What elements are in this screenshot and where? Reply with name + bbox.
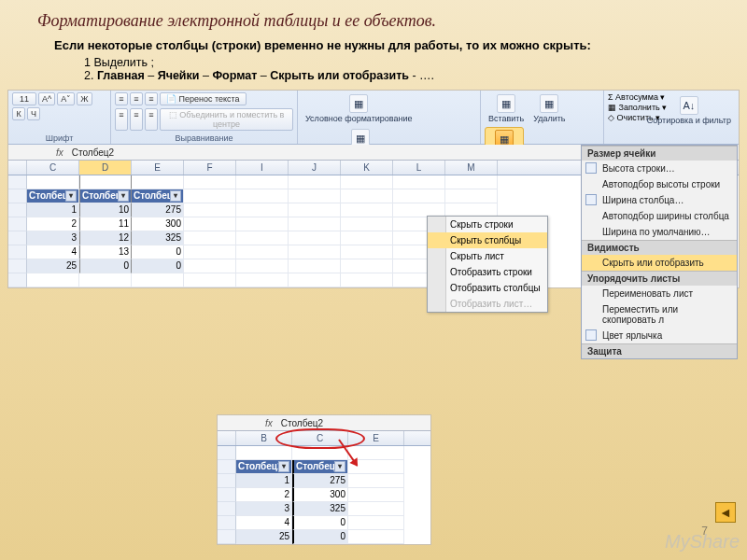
delete-button[interactable]: ▦Удалить <box>529 92 569 125</box>
cm-hide-sheet[interactable]: Скрыть лист <box>428 248 547 264</box>
ribbon: 11 A^ A˅ Ж К Ч Шрифт ≡ ≡ ≡ 📄 Перенос тек… <box>8 91 739 145</box>
table-header[interactable]: Столбец3 <box>292 460 348 474</box>
table-header[interactable]: Столбец1 <box>27 189 79 203</box>
fp-head-sheets: Упорядочить листы <box>582 271 737 286</box>
step-2: 2. Главная – Ячейки – Формат – Скрыть ил… <box>84 69 747 82</box>
ribbon-font-label: Шрифт <box>12 133 106 144</box>
align-right-button[interactable]: ≡ <box>145 108 158 131</box>
underline-button[interactable]: Ч <box>27 107 40 120</box>
cm-show-sheet[interactable]: Отобразить лист… <box>428 296 547 312</box>
align-center-button[interactable]: ≡ <box>130 108 143 131</box>
fp-row-height[interactable]: Высота строки… <box>582 161 737 176</box>
colh-k[interactable]: K <box>341 161 393 175</box>
fx-icon[interactable]: fx <box>51 147 68 158</box>
formula-value[interactable]: Столбец2 <box>68 147 114 158</box>
fp-autofit-col[interactable]: Автоподбор ширины столбца <box>582 208 737 224</box>
grow-font-button[interactable]: A^ <box>38 92 55 105</box>
bold-button[interactable]: Ж <box>77 92 92 105</box>
fp-hide-show[interactable]: Скрыть или отобразить <box>582 255 737 271</box>
colh2-b[interactable]: B <box>236 431 292 445</box>
fp-move-copy[interactable]: Переместить или скопировать л <box>582 301 737 328</box>
colh-e[interactable]: E <box>132 161 184 175</box>
ribbon-group-font: 11 A^ A˅ Ж К Ч Шрифт <box>8 91 111 144</box>
cm-show-rows[interactable]: Отобразить строки <box>428 264 547 280</box>
excel-screenshot-result: fx Столбец2 B C E Столбец1 Столбец3 1275… <box>217 414 431 545</box>
align-top-button[interactable]: ≡ <box>115 92 128 105</box>
colh-j[interactable]: J <box>289 161 341 175</box>
column-headers-2: B C E <box>218 431 430 446</box>
hide-show-submenu: Скрыть строки Скрыть столбцы Скрыть лист… <box>427 216 548 313</box>
slide-title: Форматирование электронной таблицы и ее … <box>0 0 747 36</box>
font-size-input[interactable]: 11 <box>12 92 36 105</box>
insert-button[interactable]: ▦Вставить <box>485 92 528 125</box>
colh-f[interactable]: F <box>184 161 236 175</box>
ribbon-group-styles: ▦Условное форматирование ▦Форматировать … <box>298 91 481 144</box>
cm-hide-rows[interactable]: Скрыть строки <box>428 217 547 232</box>
merge-center-button[interactable]: ⬚ Объединить и поместить в центре <box>160 108 293 131</box>
tab-color-icon <box>585 329 597 341</box>
col-width-icon <box>585 194 597 205</box>
fp-default-width[interactable]: Ширина по умолчанию… <box>582 224 737 240</box>
colh-m[interactable]: M <box>445 161 498 175</box>
excel-screenshot-main: 11 A^ A˅ Ж К Ч Шрифт ≡ ≡ ≡ 📄 Перенос тек… <box>7 90 740 288</box>
cm-hide-cols[interactable]: Скрыть столбцы <box>428 232 547 248</box>
align-left-button[interactable]: ≡ <box>115 108 128 131</box>
fp-col-width[interactable]: Ширина столбца… <box>582 192 737 208</box>
cond-format-button[interactable]: ▦Условное форматирование <box>302 92 416 125</box>
ribbon-group-align: ≡ ≡ ≡ 📄 Перенос текста ≡ ≡ ≡ ⬚ Объединит… <box>111 91 298 144</box>
align-mid-button[interactable]: ≡ <box>130 92 143 105</box>
wrap-text-button[interactable]: 📄 Перенос текста <box>160 92 247 105</box>
fp-head-size: Размер ячейки <box>582 146 737 161</box>
colh-c[interactable]: C <box>27 161 79 175</box>
fp-rename-sheet[interactable]: Переименовать лист <box>582 286 737 301</box>
table-header[interactable]: Столбец3 <box>132 189 184 203</box>
slide-subtitle: Если некоторые столбцы (строки) временно… <box>0 36 654 54</box>
colh-d[interactable]: D <box>79 161 132 175</box>
fp-head-visibility: Видимость <box>582 240 737 255</box>
italic-button[interactable]: К <box>12 107 25 120</box>
ribbon-align-label: Выравнивание <box>115 133 293 144</box>
table-header[interactable]: Столбец2 <box>79 189 132 203</box>
watermark: MyShare <box>665 531 740 553</box>
shrink-font-button[interactable]: A˅ <box>57 92 75 105</box>
fx-icon-2[interactable]: fx <box>261 418 277 428</box>
row-numbers <box>8 175 27 287</box>
align-bot-button[interactable]: ≡ <box>145 92 158 105</box>
table-header[interactable]: Столбец1 <box>236 460 292 474</box>
steps-block: 1 Выделить ; 2. Главная – Ячейки – Форма… <box>0 54 747 90</box>
formula-value-2[interactable]: Столбец2 <box>277 418 323 428</box>
formula-bar-2: fx Столбец2 <box>218 415 430 431</box>
fp-tab-color[interactable]: Цвет ярлычка <box>582 328 737 343</box>
ribbon-group-cells: ▦Вставить ▦Удалить ▦Формат Ячейки <box>481 91 604 144</box>
cm-show-cols[interactable]: Отобразить столбцы <box>428 280 547 296</box>
cells-grid-2[interactable]: Столбец1 Столбец3 1275 2300 3325 40 250 <box>236 446 430 544</box>
fp-autofit-row[interactable]: Автоподбор высоты строки <box>582 176 737 192</box>
colh2-e[interactable]: E <box>348 431 404 445</box>
row-numbers-2 <box>218 446 236 544</box>
colh-i[interactable]: I <box>236 161 289 175</box>
sort-filter-button[interactable]: A↓Сортировка и фильтр <box>643 94 735 127</box>
ribbon-group-edit: Σ Автосумма ▾ ▦ Заполнить ▾ ◇ Очистить ▾… <box>604 91 726 144</box>
colh-l[interactable]: L <box>393 161 445 175</box>
format-dropdown-panel: Размер ячейки Высота строки… Автоподбор … <box>581 145 738 359</box>
prev-slide-button[interactable]: ◄ <box>715 502 736 523</box>
step-1: 1 Выделить ; <box>84 56 747 69</box>
fp-head-protect: Защита <box>582 343 737 358</box>
row-height-icon <box>585 162 597 174</box>
